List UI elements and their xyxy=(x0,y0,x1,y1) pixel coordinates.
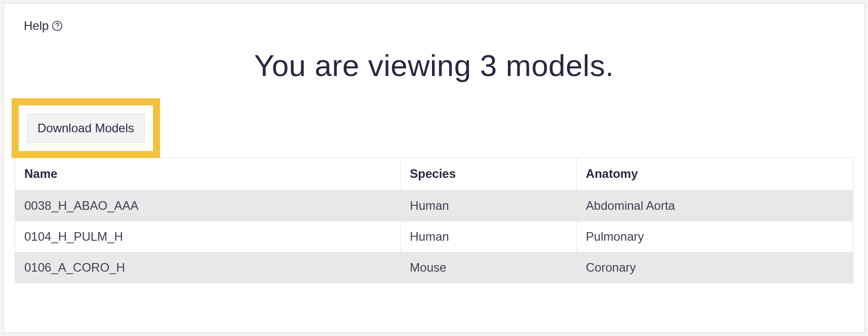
table-row[interactable]: 0106_A_CORO_H Mouse Coronary xyxy=(15,252,853,283)
models-panel: Help You are viewing 3 models. Download … xyxy=(3,3,865,333)
cell-name: 0104_H_PULM_H xyxy=(15,221,401,252)
table-header-row: Name Species Anatomy xyxy=(15,158,853,191)
cell-species: Human xyxy=(401,191,577,221)
cell-anatomy: Coronary xyxy=(576,252,853,283)
help-link[interactable]: Help xyxy=(24,19,853,33)
col-header-anatomy[interactable]: Anatomy xyxy=(576,158,853,191)
table-row[interactable]: 0104_H_PULM_H Human Pulmonary xyxy=(15,221,853,252)
cell-species: Human xyxy=(401,221,577,252)
col-header-name[interactable]: Name xyxy=(15,158,401,191)
cell-name: 0038_H_ABAO_AAA xyxy=(15,191,401,221)
cell-species: Mouse xyxy=(401,252,577,283)
cell-anatomy: Pulmonary xyxy=(576,221,853,252)
help-label: Help xyxy=(24,19,49,33)
download-models-button[interactable]: Download Models xyxy=(27,114,145,143)
help-icon xyxy=(52,20,63,31)
models-table: Name Species Anatomy 0038_H_ABAO_AAA Hum… xyxy=(15,157,853,283)
page-title: You are viewing 3 models. xyxy=(15,48,853,83)
cell-anatomy: Abdominal Aorta xyxy=(576,191,853,221)
cell-name: 0106_A_CORO_H xyxy=(15,252,401,283)
table-row[interactable]: 0038_H_ABAO_AAA Human Abdominal Aorta xyxy=(15,191,853,221)
download-highlight: Download Models xyxy=(12,98,160,158)
svg-point-1 xyxy=(57,28,58,29)
col-header-species[interactable]: Species xyxy=(401,158,577,191)
